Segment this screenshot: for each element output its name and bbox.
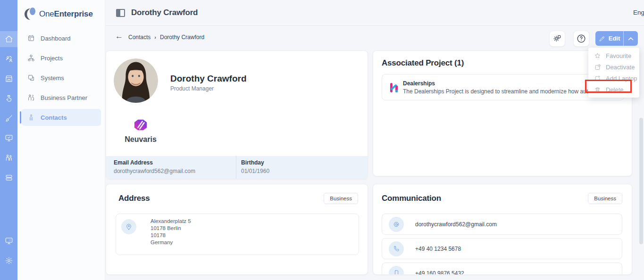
company-block[interactable]: Neuvaris: [115, 118, 167, 144]
rail-home-icon[interactable]: [0, 31, 17, 47]
systems-icon: [27, 74, 35, 82]
communication-phone-value: +49 40 1234 5678: [415, 246, 461, 252]
communication-email-row[interactable]: dorothycrawford562@gmail.com: [382, 214, 622, 235]
users-sync-icon: [5, 55, 13, 63]
rail-team-icon[interactable]: [0, 52, 17, 66]
home-icon: [5, 35, 13, 43]
at-sign-icon: [389, 217, 404, 232]
company-name: Neuvaris: [115, 135, 167, 144]
app-logo[interactable]: OneEnterprise: [24, 7, 93, 22]
menu-item-delete[interactable]: Delete: [588, 84, 639, 95]
email-column: Email Address dorothycrawford562@gmail.c…: [106, 156, 236, 179]
contact-role: Product Manager: [170, 85, 214, 92]
sidebar-item-label: Systems: [41, 74, 64, 82]
business-people-icon: [5, 154, 13, 162]
sidebar-item-contacts[interactable]: Contacts: [22, 109, 101, 126]
sidebar-item-dashboard[interactable]: Dashboard: [22, 30, 101, 47]
communication-title: Communication: [382, 194, 441, 203]
breadcrumb-row: ← Contacts › Dorothy Crawford Edit: [105, 26, 644, 50]
breadcrumb: Contacts › Dorothy Crawford: [128, 34, 204, 41]
birthday-label: Birthday: [241, 159, 269, 166]
address-street: Alexanderplatz 5: [151, 218, 191, 225]
sidebar-item-projects[interactable]: Projects: [22, 49, 101, 66]
address-country: Germany: [151, 239, 191, 246]
rail-store-icon[interactable]: [0, 72, 17, 86]
projects-icon: [27, 54, 35, 62]
menu-item-deactivate[interactable]: Deactivate: [588, 61, 639, 73]
gear-square-icon: [552, 34, 562, 43]
rail-settings-icon[interactable]: [0, 254, 17, 268]
contact-name: Dorothy Crawford: [170, 74, 247, 84]
star-icon: [594, 52, 601, 59]
communication-card: Communication Business dorothycrawford56…: [373, 184, 632, 275]
menu-item-label: Add Laptop: [606, 75, 637, 82]
email-label: Email Address: [114, 159, 236, 166]
address-card: Address Business Alexanderplatz 5 10178 …: [106, 184, 368, 275]
breadcrumb-current: Dorothy Crawford: [160, 34, 204, 41]
storefront-icon: [5, 74, 13, 83]
page-title: Dorothy Crawford: [131, 8, 198, 17]
rail-click-icon[interactable]: [0, 91, 17, 106]
hand-click-icon: [5, 94, 13, 103]
sidebar-item-label: Projects: [41, 55, 63, 62]
gear-icon: [5, 256, 13, 265]
sidebar-item-business-partner[interactable]: Business Partner: [22, 89, 101, 106]
communication-type-badge[interactable]: Business: [588, 193, 622, 204]
add-laptop-icon: [594, 75, 601, 82]
email-value: dorothycrawford562@gmail.com: [114, 168, 236, 174]
address-lines: Alexanderplatz 5 10178 Berlin 10178 Germ…: [151, 218, 191, 246]
menu-item-add-laptop[interactable]: Add Laptop: [588, 73, 639, 84]
admin-settings-button[interactable]: [549, 31, 565, 47]
trash-icon: [594, 86, 601, 93]
pencil-icon: [599, 35, 605, 42]
active-item-indicator: [20, 111, 21, 124]
phone-icon: [389, 241, 404, 256]
sidebar-item-label: Business Partner: [41, 94, 87, 101]
address-zip: 10178: [151, 232, 191, 239]
address-type-badge[interactable]: Business: [324, 193, 358, 204]
edit-dropdown-menu: Favourite Deactivate Add Laptop Delete: [588, 48, 639, 98]
language-selector[interactable]: English: [633, 9, 644, 16]
menu-item-label: Favourite: [606, 52, 631, 59]
monitor-check-icon: [5, 134, 13, 142]
top-header: Dorothy Crawford English Dorothy Crawfor…: [105, 0, 644, 26]
breadcrumb-separator-icon: ›: [154, 34, 156, 40]
rail-monitor-check-icon[interactable]: [0, 131, 17, 145]
business-partner-icon: [27, 94, 35, 101]
paintbrush-icon: [5, 114, 13, 123]
one-enterprise-logo-icon: [24, 7, 37, 22]
dashboard-icon: [27, 34, 35, 42]
edit-split-button: Edit: [595, 31, 638, 46]
edit-menu-toggle[interactable]: [624, 31, 638, 46]
contacts-icon: [27, 114, 35, 121]
address-entry[interactable]: Alexanderplatz 5 10178 Berlin 10178 Germ…: [116, 214, 359, 255]
mobile-icon: [389, 266, 404, 275]
question-circle-icon: [576, 33, 586, 44]
rail-server-icon[interactable]: [0, 171, 17, 185]
menu-item-label: Deactivate: [606, 64, 635, 71]
server-stack-icon: [5, 173, 13, 182]
neuvaris-logo-icon: [134, 118, 148, 132]
dealerships-logo-icon: [390, 82, 398, 93]
rail-people-icon[interactable]: [0, 151, 17, 165]
rail-remote-desktop-icon[interactable]: [0, 234, 17, 248]
birthday-column: Birthday 01/01/1960: [236, 156, 269, 179]
sidebar-item-label: Contacts: [41, 114, 67, 121]
rail-brush-icon[interactable]: [0, 111, 17, 125]
project-name: Dealerships: [403, 80, 435, 87]
communication-mobile-row[interactable]: +49 160 9876 5432: [382, 263, 622, 275]
back-arrow-icon[interactable]: ←: [115, 32, 123, 41]
edit-button[interactable]: Edit: [595, 31, 624, 46]
sidebar-collapse-icon[interactable]: [116, 9, 125, 17]
vertical-scrollbar-thumb[interactable]: [639, 118, 643, 244]
project-list-item[interactable]: Dealerships The Dealerships Project is d…: [382, 74, 624, 100]
sidebar-item-systems[interactable]: Systems: [22, 69, 101, 86]
menu-item-favourite[interactable]: Favourite: [588, 50, 639, 61]
communication-phone-row[interactable]: +49 40 1234 5678: [382, 238, 622, 259]
associated-project-title: Associated Project (1): [382, 58, 464, 68]
communication-email-value: dorothycrawford562@gmail.com: [415, 221, 497, 228]
edit-button-label: Edit: [609, 35, 620, 42]
contact-card: Dorothy Crawford Product Manager Neuvari…: [106, 50, 368, 179]
breadcrumb-contacts[interactable]: Contacts: [128, 34, 151, 41]
help-button[interactable]: [573, 31, 589, 47]
